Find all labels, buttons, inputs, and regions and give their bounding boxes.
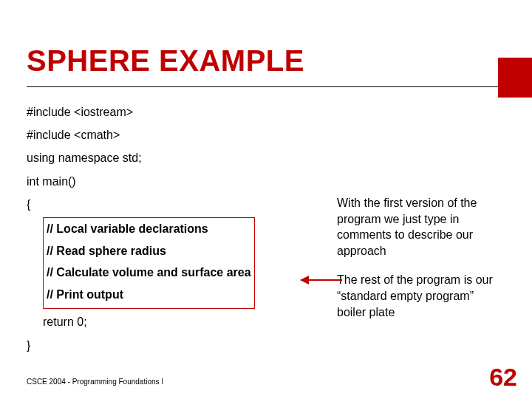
- content-columns: #include <iostream> #include <cmath> usi…: [0, 100, 532, 357]
- code-line: #include <iostream>: [27, 100, 322, 123]
- title-area: SPHERE EXAMPLE: [0, 0, 532, 87]
- comment-block: // Local variable declarations // Read s…: [43, 216, 322, 334]
- arrow-icon: [301, 279, 342, 281]
- footer-text: CSCE 2004 - Programming Foundations I: [27, 378, 163, 386]
- note-paragraph: With the first version of the program we…: [337, 195, 505, 259]
- accent-bar: [498, 58, 532, 98]
- code-column: #include <iostream> #include <cmath> usi…: [27, 100, 322, 357]
- notes-column: With the first version of the program we…: [322, 100, 505, 357]
- slide-title: SPHERE EXAMPLE: [27, 44, 505, 87]
- code-line: using namespace std;: [27, 146, 322, 169]
- code-line: #include <cmath>: [27, 123, 322, 146]
- code-line: return 0;: [43, 310, 322, 333]
- code-comment: // Calculate volume and surface area: [47, 262, 251, 284]
- highlighted-comments: // Local variable declarations // Read s…: [43, 217, 255, 309]
- code-comment: // Print output: [47, 284, 251, 306]
- code-line: int main(): [27, 170, 322, 193]
- code-comment: // Local variable declarations: [47, 218, 251, 240]
- code-comment: // Read sphere radius: [47, 240, 251, 262]
- page-number: 62: [489, 363, 517, 392]
- note-paragraph: The rest of the program is our “standard…: [337, 272, 505, 320]
- code-line: }: [27, 334, 322, 357]
- code-line: {: [27, 193, 322, 216]
